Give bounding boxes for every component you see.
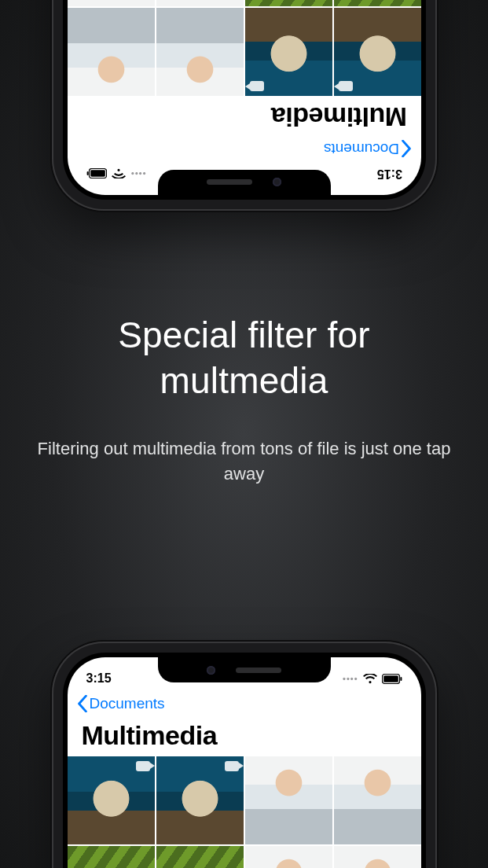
- media-thumb[interactable]: [156, 846, 244, 868]
- back-label: Documents: [323, 140, 398, 157]
- status-time: 3:15: [86, 671, 112, 686]
- back-button[interactable]: Documents: [323, 140, 411, 157]
- media-thumb[interactable]: [334, 8, 421, 96]
- media-thumb[interactable]: [68, 0, 155, 6]
- svg-rect-5: [400, 677, 402, 681]
- media-thumb[interactable]: [245, 846, 332, 868]
- page-title: Multimedia: [271, 101, 407, 132]
- status-right: ••••: [86, 169, 145, 179]
- media-thumb[interactable]: [68, 756, 155, 844]
- wifi-icon: [363, 674, 377, 684]
- back-button[interactable]: Documents: [77, 695, 165, 712]
- phone-mockup-top: 3:15 •••• Documents Multimedia: [52, 0, 437, 211]
- media-grid: [68, 756, 421, 868]
- media-thumb[interactable]: [334, 756, 421, 844]
- media-thumb[interactable]: [334, 846, 421, 868]
- chevron-left-icon: [77, 695, 88, 712]
- svg-rect-4: [383, 675, 398, 682]
- media-grid: [68, 0, 421, 96]
- video-badge-icon: [225, 761, 239, 771]
- phone-screen: 3:15 •••• Documents Multimedia: [68, 657, 421, 868]
- chevron-left-icon: [401, 140, 412, 157]
- video-badge-icon: [136, 761, 150, 771]
- media-thumb[interactable]: [245, 756, 332, 844]
- speaker-grille-icon: [236, 668, 281, 673]
- media-thumb[interactable]: [245, 0, 332, 6]
- hero-subtitle: Filtering out multimedia from tons of fi…: [27, 436, 461, 487]
- status-time: 3:15: [376, 167, 402, 181]
- hero-title-line2: multmedia: [160, 360, 328, 401]
- battery-icon: [86, 169, 107, 179]
- media-thumb[interactable]: [68, 846, 155, 868]
- phone-bezel: 3:15 •••• Documents Multimedia: [63, 653, 426, 868]
- battery-icon: [382, 674, 402, 684]
- phone-mockup-bottom: 3:15 •••• Documents Multimedia: [52, 642, 437, 868]
- phone-notch: [158, 657, 331, 682]
- speaker-grille-icon: [207, 180, 252, 186]
- wifi-icon: [112, 169, 126, 179]
- svg-rect-1: [90, 171, 105, 178]
- cellular-dots-icon: ••••: [130, 169, 145, 178]
- back-label: Documents: [90, 695, 165, 712]
- phone-screen: 3:15 •••• Documents Multimedia: [68, 0, 421, 195]
- video-badge-icon: [250, 81, 264, 91]
- video-badge-icon: [339, 81, 353, 91]
- phone-notch: [158, 170, 331, 195]
- hero-title-line1: Special filter for: [118, 314, 370, 355]
- media-thumb[interactable]: [334, 0, 421, 6]
- cellular-dots-icon: ••••: [343, 674, 358, 683]
- media-thumb[interactable]: [156, 0, 244, 6]
- media-thumb[interactable]: [68, 8, 155, 96]
- media-thumb[interactable]: [156, 756, 244, 844]
- svg-rect-2: [86, 172, 88, 176]
- page-title: Multimedia: [82, 720, 218, 751]
- media-thumb[interactable]: [245, 8, 332, 96]
- media-thumb[interactable]: [156, 8, 244, 96]
- status-right: ••••: [343, 674, 402, 684]
- hero-title: Special filter for multmedia: [0, 313, 488, 403]
- phone-bezel: 3:15 •••• Documents Multimedia: [63, 0, 426, 200]
- camera-dot-icon: [273, 178, 281, 187]
- camera-dot-icon: [207, 666, 215, 675]
